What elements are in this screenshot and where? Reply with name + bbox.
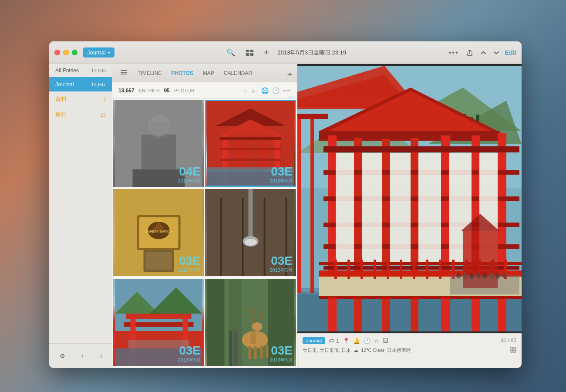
svg-point-10 [148, 115, 170, 137]
tab-bar: TIMELINE PHOTOS MAP CALENDAR ☁ [112, 64, 297, 82]
photo-day-4: 03E [270, 255, 293, 267]
photo-day-2: 03E [270, 166, 293, 178]
svg-rect-110 [334, 260, 337, 279]
tag-filter-button[interactable]: 🏷 [252, 87, 258, 94]
svg-rect-67 [229, 331, 232, 366]
tab-photos[interactable]: PHOTOS [167, 68, 197, 79]
photo-cell-torii[interactable]: 03E 2013年5月 [113, 279, 204, 366]
all-entries-item[interactable]: All Entries 13,693 [49, 64, 112, 77]
svg-rect-60 [260, 346, 263, 358]
edit-button[interactable]: Edit [505, 49, 516, 56]
svg-point-127 [456, 273, 461, 279]
svg-rect-19 [220, 137, 281, 140]
svg-rect-52 [207, 279, 225, 366]
location-button[interactable]: 📍 [343, 338, 350, 344]
photo-cell-deer[interactable]: 03E 2013年5月 [205, 279, 296, 366]
nav-up-button[interactable] [479, 49, 488, 56]
weather-icon: ☁ [354, 348, 358, 353]
time-icon: 🕐 [364, 338, 371, 344]
search-button[interactable]: 🔍 [225, 47, 237, 58]
settings-button[interactable]: ⚙ [54, 348, 71, 364]
photo-count: 95 [164, 88, 169, 94]
svg-rect-94 [323, 146, 519, 152]
svg-rect-0 [246, 50, 249, 52]
photo-month-2: 2013年5月 [270, 178, 293, 184]
detail-panel: Journal 🏷 1 📍 🔔 🕐 [297, 64, 522, 368]
svg-rect-59 [254, 346, 257, 359]
nav-down-button[interactable] [492, 49, 501, 56]
time-button[interactable]: 🕐 [364, 338, 371, 344]
chevron-down-icon: ▾ [108, 50, 110, 55]
globe-filter-button[interactable]: 🌐 [261, 87, 269, 94]
add-icon: + [264, 47, 269, 57]
back-button[interactable] [117, 68, 131, 78]
svg-rect-115 [400, 260, 402, 279]
titlebar: Journal ▾ 🔍 + 2013年5 [49, 41, 522, 64]
add-journal-button[interactable]: + [76, 348, 90, 364]
minimize-button[interactable] [63, 50, 69, 55]
photo-button[interactable]: 🖼 [383, 338, 388, 344]
photo-overlay-5: 03E 2013年5月 [174, 342, 204, 366]
layout-button[interactable] [244, 48, 255, 57]
cloud-sync-icon: ☁ [286, 70, 293, 77]
svg-rect-143 [511, 347, 513, 349]
photo-cell-matches[interactable]: SAFETY MATCH 03E 2013年5月 [113, 189, 204, 276]
svg-rect-103 [418, 153, 441, 262]
footer-tags-row: Journal 🏷 1 📍 🔔 🕐 [303, 337, 516, 344]
svg-rect-142 [310, 119, 314, 293]
clock-filter-button[interactable]: 🕐 [272, 87, 280, 94]
expand-button[interactable] [510, 347, 516, 354]
all-entries-label: All Entries [55, 68, 79, 74]
footer-meta-row: 廿日市, 廿日市市, 日本 ☁ 12℃ Clear 日本標準時 [303, 347, 516, 354]
photo-index: 46 [500, 338, 506, 344]
app-window: Journal ▾ 🔍 + 2013年5 [49, 41, 522, 368]
tab-map[interactable]: MAP [199, 68, 219, 79]
main-content: All Entries 13,693 Journal 13,667 資料 7 旅… [49, 64, 522, 368]
location-text: 廿日市, 廿日市市, 日本 [303, 347, 351, 354]
tab-calendar[interactable]: CALENDAR [219, 68, 256, 79]
photo-month-1: 2013年5月 [178, 178, 201, 184]
close-button[interactable] [54, 50, 60, 55]
more-filter-button[interactable]: ••• [283, 87, 291, 94]
photo-month-4: 2013年5月 [270, 267, 293, 274]
star-button[interactable]: ☆ [374, 338, 379, 344]
photo-cell-lantern[interactable]: 03E 2013年5月 [205, 189, 296, 276]
journal-menu-button[interactable]: Journal ▾ [83, 47, 115, 57]
maximize-button[interactable] [72, 50, 77, 55]
detail-footer: Journal 🏷 1 📍 🔔 🕐 [297, 333, 522, 368]
filter-icons: ☆ 🏷 🌐 🕐 ••• [243, 87, 291, 94]
svg-rect-46 [126, 314, 192, 319]
journal-tag-badge: Journal [303, 337, 325, 344]
svg-rect-146 [514, 350, 516, 352]
star-filter-button[interactable]: ☆ [243, 87, 248, 94]
photo-total: 85 [511, 338, 516, 344]
share-button[interactable] [465, 48, 475, 57]
svg-rect-58 [249, 346, 251, 359]
svg-rect-93 [498, 133, 506, 331]
journal-menu-label: Journal [87, 49, 106, 56]
tab-timeline[interactable]: TIMELINE [133, 68, 166, 79]
more-options-button[interactable]: ••• [447, 47, 461, 58]
svg-rect-113 [374, 260, 376, 279]
photo-cell-hiroshima[interactable]: 04E 2013年5月 [113, 100, 204, 187]
collapse-sidebar-button[interactable]: ‹ [95, 348, 108, 364]
svg-rect-35 [242, 198, 244, 276]
entry-count: 13,667 [118, 88, 135, 94]
svg-rect-144 [514, 347, 516, 349]
entries-label: ENTRIES [139, 88, 160, 93]
photo-overlay-3: 03E 2013年5月 [174, 252, 204, 276]
star-icon: ☆ [374, 338, 379, 344]
reminder-button[interactable]: 🔔 [353, 338, 360, 344]
photo-grid: 04E 2013年5月 [112, 99, 297, 368]
nav-down-icon [494, 51, 499, 54]
sidebar-item-ryoko[interactable]: 旅行 19 [49, 107, 112, 123]
sidebar: All Entries 13,693 Journal 13,667 資料 7 旅… [49, 64, 112, 368]
share-icon [467, 50, 473, 56]
tag-count-button[interactable]: 🏷 1 [329, 338, 339, 344]
photo-cell-shrine[interactable]: 03E 2013年5月 [205, 100, 296, 187]
middle-panel: TIMELINE PHOTOS MAP CALENDAR ☁ 13,667 EN… [112, 64, 297, 368]
search-icon: 🔍 [226, 48, 235, 57]
sidebar-item-shiryo[interactable]: 資料 7 [49, 91, 112, 107]
add-entry-button[interactable]: + [262, 46, 271, 59]
sidebar-item-journal[interactable]: Journal 13,667 [49, 77, 112, 91]
